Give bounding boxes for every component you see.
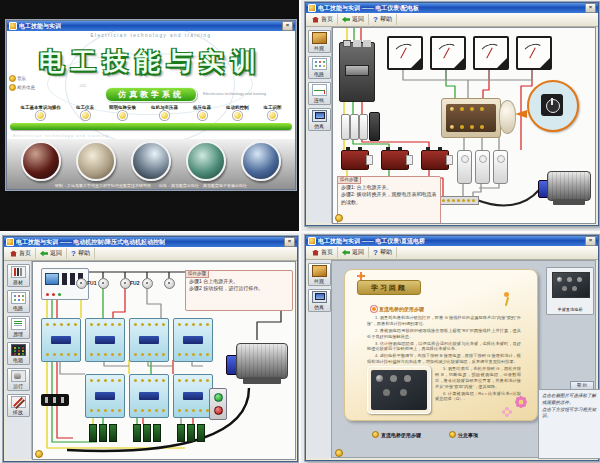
thumbnail-knobs [557, 277, 562, 282]
motor-body [547, 171, 591, 201]
rotary-selector-switch[interactable] [441, 98, 501, 138]
stop-button[interactable] [214, 406, 223, 415]
start-button[interactable] [214, 393, 223, 402]
home-button[interactable]: 首页 [308, 14, 338, 25]
titlebar: 电工技能与实训 —— 电工仪表\配电板 × [306, 3, 598, 13]
contactor-label-plate [51, 336, 71, 344]
fuse-2[interactable] [98, 278, 109, 289]
sidebar-item-simulation[interactable]: 仿真 [308, 108, 331, 131]
sidebar-item-equipment[interactable]: 器材 [7, 264, 30, 287]
menu-item-drawings[interactable]: 电工识图 [264, 105, 282, 120]
help-button[interactable]: ?帮助 [369, 247, 397, 258]
magnifier-pointer [515, 110, 527, 118]
sidebar-item-circuit[interactable]: 电路 [7, 290, 30, 313]
op-steps-tab: 操作步骤 [337, 176, 361, 184]
fuse-1[interactable] [341, 114, 350, 140]
breaker-toggles[interactable] [62, 273, 67, 285]
breaker-indicator [45, 273, 59, 285]
menu-item-lighting[interactable]: 照明电路安装 [109, 105, 136, 120]
menu-label: 照明电路安装 [109, 105, 136, 110]
pushbutton-station [209, 388, 227, 420]
help-button[interactable]: ?帮助 [369, 14, 397, 25]
sound-icon[interactable] [335, 214, 343, 222]
sidebar-item-appearance[interactable]: 外观 [308, 30, 331, 53]
sidebar-item-wiring[interactable]: 连线 [308, 82, 331, 105]
window-motor-control: 电工技能与实训 —— 电动机控制\降压式电动机起动控制 × 首页 返回 ?帮助 … [3, 236, 298, 462]
help-button[interactable]: ?帮助 [67, 248, 95, 259]
op-step-1: 步骤1 合上电源开关。 [189, 278, 289, 285]
sound-icon[interactable] [335, 449, 343, 457]
relay-3 [493, 150, 508, 184]
meter-corner [410, 57, 422, 69]
music-icon [9, 75, 16, 82]
music-link[interactable]: 音乐 [9, 75, 35, 82]
menu-label: 电机与变压器 [151, 105, 178, 110]
bullet-icon [371, 306, 377, 312]
box-icon [312, 265, 327, 277]
sidebar-label: 仿真 [314, 304, 324, 310]
sidebar-item-appearance[interactable]: 外观 [308, 263, 331, 286]
sidebar-item-circuit[interactable]: 电路 [308, 56, 331, 79]
coil-9 [197, 424, 205, 442]
contactor-3 [129, 318, 169, 362]
link-precautions[interactable]: 注意事项 [449, 431, 478, 438]
fuse-3[interactable] [359, 114, 368, 140]
question-icon: ? [71, 250, 76, 257]
sidebar-item-panel-box[interactable]: 电箱 [7, 342, 30, 365]
knife-switch[interactable] [41, 394, 69, 406]
back-button[interactable]: 返回 [338, 247, 369, 258]
home-button[interactable]: 首页 [6, 248, 36, 259]
home-icon [10, 251, 17, 257]
app-icon [308, 4, 316, 12]
contactor-label-plate [95, 392, 115, 400]
fuse-4[interactable] [142, 278, 153, 289]
window-title: 电工技能与实训 —— 电工仪表\配电板 [318, 4, 419, 13]
fuse-1[interactable] [76, 278, 87, 289]
info-link[interactable]: 相关信息 [9, 84, 35, 91]
titlebar: 电工技能与实训 —— 电动机控制\降压式电动机起动控制 × [4, 237, 297, 247]
back-icon [342, 17, 350, 23]
sound-icon[interactable] [35, 450, 43, 458]
circuit-breaker[interactable] [339, 42, 375, 102]
contactor-terminals [90, 323, 93, 326]
menu-label: 电工基本常识与操作 [21, 105, 62, 110]
menu-item-basics[interactable]: 电工基本常识与操作 [21, 105, 62, 120]
sidebar-item-troubleshoot[interactable]: 排故 [7, 394, 30, 417]
breaker-handle[interactable] [345, 65, 369, 76]
steps-text: 1. 测量前先将检流计锁扣打开，即将 G 接线柱处的金属短路片由“内接”拨到“外… [367, 315, 521, 414]
close-icon[interactable]: × [585, 3, 596, 13]
motor-base [243, 377, 281, 384]
menu-item-motors-transformers[interactable]: 电机与变压器 [151, 105, 178, 120]
menu-item-instruments[interactable]: 电工仪表 [76, 105, 94, 120]
link-usage-steps[interactable]: 直流电桥使用步骤 [372, 431, 421, 438]
home-label: 首页 [19, 249, 31, 258]
fuse-5[interactable] [164, 278, 175, 289]
close-icon[interactable]: × [585, 236, 596, 246]
coil-2 [99, 424, 107, 442]
simulation-canvas: 操作步骤 步骤1: 合上电源开关。 步骤2: 拨动转换开关，观察电压表和电流表的… [332, 27, 596, 224]
app-icon [9, 22, 17, 30]
contactor-5 [85, 374, 125, 418]
home-button[interactable]: 首页 [308, 247, 338, 258]
coil-8 [187, 424, 195, 442]
circuit-icon [11, 292, 26, 304]
sidebar-item-principle[interactable]: 原理 [7, 316, 30, 339]
back-label: 返回 [50, 249, 62, 258]
fuse-2[interactable] [350, 114, 359, 140]
home-label: 首页 [321, 15, 333, 24]
op-steps-tab: 操作步骤 [185, 270, 209, 278]
close-icon[interactable]: × [284, 237, 295, 247]
menu-dot-icon [233, 111, 242, 120]
rotary-knob[interactable] [499, 100, 516, 134]
back-button[interactable]: 返回 [338, 14, 369, 25]
menu-item-lv-apparatus[interactable]: 低压电器 [193, 105, 211, 120]
sidebar-item-simulation[interactable]: 仿真 [308, 289, 331, 312]
close-icon[interactable]: × [282, 21, 293, 31]
sidebar-item-run[interactable]: 运行 [7, 368, 30, 391]
neutral-fuse[interactable] [369, 112, 380, 141]
back-button[interactable]: 返回 [36, 248, 67, 259]
contactor-terminals [90, 409, 93, 412]
device-thumbnail-card[interactable]: 单臂直流电桥 [546, 267, 594, 315]
rotary-terminals-bottom [450, 125, 454, 129]
menu-item-motor-control[interactable]: 电动机控制 [226, 105, 249, 120]
